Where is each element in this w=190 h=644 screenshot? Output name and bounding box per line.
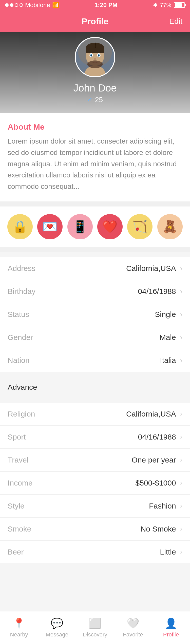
avatar xyxy=(75,37,115,77)
section-divider-2 xyxy=(0,247,190,252)
beer-chevron: › xyxy=(180,548,182,556)
svg-point-13 xyxy=(93,58,96,60)
status-left: Mobifone 📶 xyxy=(5,2,59,9)
style-value: Fashion xyxy=(149,502,176,510)
nation-value-row: Italia › xyxy=(160,356,182,365)
birthday-chevron: › xyxy=(180,287,182,295)
smoke-value: No Smoke xyxy=(141,525,176,533)
birthday-label: Birthday xyxy=(8,287,35,296)
carrier-label: Mobifone xyxy=(25,2,50,9)
status-bar: Mobifone 📶 1:20 PM ✱ 77% xyxy=(0,0,190,10)
favorite-icon: 🤍 xyxy=(127,617,139,629)
status-row[interactable]: Status Single › xyxy=(0,303,190,326)
style-row[interactable]: Style Fashion › xyxy=(0,495,190,518)
sport-label: Sport xyxy=(8,433,26,441)
profile-age: 25 xyxy=(95,96,103,104)
icons-section: 🔒 💌 📱 ❤️ 🏹 🧸 xyxy=(0,206,190,247)
battery-percent: 77% xyxy=(160,2,171,8)
style-label: Style xyxy=(8,502,25,510)
income-value: $500-$1000 xyxy=(136,479,176,487)
profile-age-row: ♂ 25 xyxy=(87,96,103,104)
nav-item-favorite[interactable]: 🤍 Favorite xyxy=(114,617,152,638)
religion-value: California,USA xyxy=(126,410,176,418)
nearby-label: Nearby xyxy=(10,631,28,638)
advance-section: Religion California,USA › Sport 04/16/19… xyxy=(0,403,190,563)
gender-icon: ♂ xyxy=(87,96,92,104)
message-label: Message xyxy=(46,631,68,638)
about-me-section: About Me Lorem ipsum dolor sit amet, con… xyxy=(0,113,190,201)
info-section: Address California,USA › Birthday 04/16/… xyxy=(0,257,190,372)
gender-label: Gender xyxy=(8,333,33,342)
profile-header: John Doe ♂ 25 xyxy=(0,32,190,113)
status-value: Single xyxy=(155,310,176,319)
message-icon: 💬 xyxy=(51,617,63,629)
svg-point-11 xyxy=(91,55,92,56)
gender-value-row: Male › xyxy=(160,333,182,342)
nearby-icon: 📍 xyxy=(13,617,25,629)
income-chevron: › xyxy=(180,479,182,487)
smoke-row[interactable]: Smoke No Smoke › xyxy=(0,518,190,541)
nation-chevron: › xyxy=(180,356,182,364)
smoke-label: Smoke xyxy=(8,525,31,533)
address-chevron: › xyxy=(180,264,182,272)
sport-chevron: › xyxy=(180,433,182,441)
svg-point-12 xyxy=(98,55,99,56)
religion-label: Religion xyxy=(8,410,35,418)
gender-chevron: › xyxy=(180,333,182,341)
cupid-icon: 🏹 xyxy=(127,214,153,239)
travel-chevron: › xyxy=(180,456,182,464)
birthday-value: 04/16/1988 xyxy=(138,287,176,296)
discovery-label: Discovery xyxy=(83,631,107,638)
birthday-row[interactable]: Birthday 04/16/1988 › xyxy=(0,280,190,303)
hearts-icon: ❤️ xyxy=(97,214,123,239)
profile-icon: 👤 xyxy=(165,617,177,629)
advance-header: Advance xyxy=(0,377,190,398)
birthday-value-row: 04/16/1988 › xyxy=(138,287,182,296)
nav-item-nearby[interactable]: 📍 Nearby xyxy=(0,617,38,638)
nav-item-message[interactable]: 💬 Message xyxy=(38,617,76,638)
sport-value-row: 04/16/1988 › xyxy=(138,433,182,441)
address-row[interactable]: Address California,USA › xyxy=(0,257,190,280)
travel-row[interactable]: Travel One per year › xyxy=(0,449,190,472)
address-value-row: California,USA › xyxy=(126,264,182,273)
dot1 xyxy=(5,3,9,7)
profile-label: Profile xyxy=(163,631,179,638)
bluetooth-icon: ✱ xyxy=(153,2,158,8)
svg-point-14 xyxy=(87,60,103,68)
battery-box xyxy=(174,2,185,8)
signal-dots xyxy=(5,3,23,7)
dot2 xyxy=(10,3,13,7)
status-right: ✱ 77% xyxy=(153,2,185,8)
battery-indicator xyxy=(174,2,185,8)
address-label: Address xyxy=(8,264,35,273)
sport-row[interactable]: Sport 04/16/1988 › xyxy=(0,426,190,449)
income-row[interactable]: Income $500-$1000 › xyxy=(0,472,190,495)
income-value-row: $500-$1000 › xyxy=(136,479,182,487)
income-label: Income xyxy=(8,479,32,487)
nation-row[interactable]: Nation Italia › xyxy=(0,349,190,372)
status-time: 1:20 PM xyxy=(94,2,118,9)
nav-item-profile[interactable]: 👤 Profile xyxy=(152,617,190,638)
wifi-icon: 📶 xyxy=(52,2,59,8)
status-label: Status xyxy=(8,310,29,319)
beer-value: Little xyxy=(160,548,176,556)
love-letter-icon: 💌 xyxy=(37,214,63,239)
battery-fill xyxy=(175,3,182,7)
beer-value-row: Little › xyxy=(160,548,182,556)
religion-chevron: › xyxy=(180,410,182,418)
nation-label: Nation xyxy=(8,356,30,365)
beer-row[interactable]: Beer Little › xyxy=(0,541,190,563)
nav-item-discovery[interactable]: ⬜ Discovery xyxy=(76,617,114,638)
bottom-nav: 📍 Nearby 💬 Message ⬜ Discovery 🤍 Favorit… xyxy=(0,611,190,644)
travel-label: Travel xyxy=(8,456,28,464)
svg-rect-6 xyxy=(86,48,104,53)
phone-heart-icon: 📱 xyxy=(67,214,93,239)
smoke-value-row: No Smoke › xyxy=(141,525,182,533)
dot3 xyxy=(15,3,18,7)
edit-button[interactable]: Edit xyxy=(169,17,182,26)
discovery-icon: ⬜ xyxy=(89,617,101,629)
address-value: California,USA xyxy=(126,264,176,273)
religion-row[interactable]: Religion California,USA › xyxy=(0,403,190,426)
gender-row[interactable]: Gender Male › xyxy=(0,326,190,349)
nav-bar: Profile Edit xyxy=(0,10,190,32)
